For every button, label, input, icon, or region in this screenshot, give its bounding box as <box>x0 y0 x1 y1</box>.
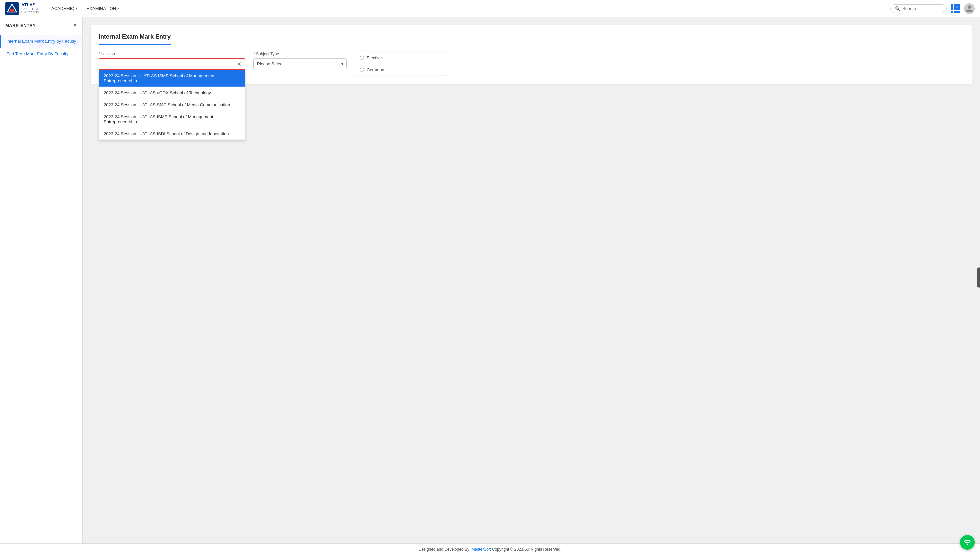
chevron-down-icon: ▾ <box>117 6 119 10</box>
sidebar: MARK ENTRY ✕ Internal Exam Mark Entry by… <box>0 17 83 543</box>
nav-examination[interactable]: EXAMINATION ▾ <box>83 4 123 13</box>
avatar[interactable] <box>964 3 975 14</box>
chat-widget-button[interactable] <box>960 535 975 550</box>
subject-type-select-wrapper: Please Select ▾ <box>253 58 347 69</box>
page-title: Internal Exam Mark Entry <box>99 33 171 45</box>
sidebar-item-end-term[interactable]: End Term Mark Entry By Faculty <box>0 48 82 60</box>
sidebar-header: MARK ENTRY ✕ <box>0 22 82 32</box>
logo-text: ATLAS SKILLTECH UNIVERSITY <box>21 3 39 14</box>
radio-elective[interactable]: Elective <box>355 52 448 64</box>
session-search-box[interactable]: ✕ <box>99 58 245 70</box>
footer: Designed and Developed By: MasterSoft Co… <box>0 543 980 555</box>
chevron-down-icon: ▾ <box>76 6 77 10</box>
main-layout: MARK ENTRY ✕ Internal Exam Mark Entry by… <box>0 17 980 543</box>
right-edge-handle[interactable] <box>977 268 980 287</box>
dropdown-clear-icon[interactable]: ✕ <box>234 62 245 67</box>
sidebar-item-internal-exam[interactable]: Internal Exam Mark Entry by Faculty <box>0 35 82 48</box>
session-dropdown-list: 2023-24 Session II - ATLAS ISME School o… <box>99 70 245 140</box>
session-group: * session ✕ 2023-24 Session II - ATLAS I… <box>99 51 245 70</box>
session-label: * session <box>99 51 245 56</box>
dropdown-option-1[interactable]: 2023-24 Session I - ATLAS uGDX School of… <box>99 87 245 99</box>
radio-group: Elective Common <box>355 51 448 76</box>
radio-elective-input[interactable] <box>360 56 364 60</box>
subject-type-label: * Subject Type <box>253 51 347 56</box>
radio-common[interactable]: Common <box>355 64 448 75</box>
radio-common-input[interactable] <box>360 67 364 72</box>
session-dropdown-container: ✕ 2023-24 Session II - ATLAS ISME School… <box>99 58 245 70</box>
dropdown-option-4[interactable]: 2023-24 Session I - ATLAS ISDI School of… <box>99 128 245 140</box>
radio-group-container: Elective Common <box>355 51 448 76</box>
search-icon: 🔍 <box>895 6 900 11</box>
form-row: * session ✕ 2023-24 Session II - ATLAS I… <box>99 51 964 76</box>
session-search-input[interactable] <box>99 59 234 69</box>
search-box[interactable]: 🔍 <box>890 4 947 13</box>
dropdown-option-0[interactable]: 2023-24 Session II - ATLAS ISME School o… <box>99 70 245 87</box>
subject-type-select[interactable]: Please Select <box>253 58 347 69</box>
content-area: Internal Exam Mark Entry * session ✕ <box>83 17 980 543</box>
sidebar-title: MARK ENTRY <box>5 23 36 28</box>
logo[interactable]: ATLAS SKILLTECH UNIVERSITY <box>5 2 39 15</box>
main-card: Internal Exam Mark Entry * session ✕ <box>91 25 972 84</box>
sidebar-close-button[interactable]: ✕ <box>73 22 77 28</box>
top-navbar: ATLAS SKILLTECH UNIVERSITY ACADEMIC ▾ EX… <box>0 0 980 17</box>
dropdown-option-2[interactable]: 2023-24 Session I - ATLAS SMC School of … <box>99 99 245 111</box>
search-input[interactable] <box>902 6 942 11</box>
dropdown-option-3[interactable]: 2023-24 Session I - ATLAS ISME School of… <box>99 111 245 128</box>
topnav-right: 🔍 <box>890 3 975 14</box>
apps-grid-icon[interactable] <box>951 4 960 13</box>
mastersoft-link[interactable]: MasterSoft <box>472 547 491 552</box>
subject-type-group: * Subject Type Please Select ▾ <box>253 51 347 69</box>
svg-rect-2 <box>10 9 14 12</box>
nav-academic[interactable]: ACADEMIC ▾ <box>47 4 81 13</box>
nav-links: ACADEMIC ▾ EXAMINATION ▾ <box>47 4 890 13</box>
